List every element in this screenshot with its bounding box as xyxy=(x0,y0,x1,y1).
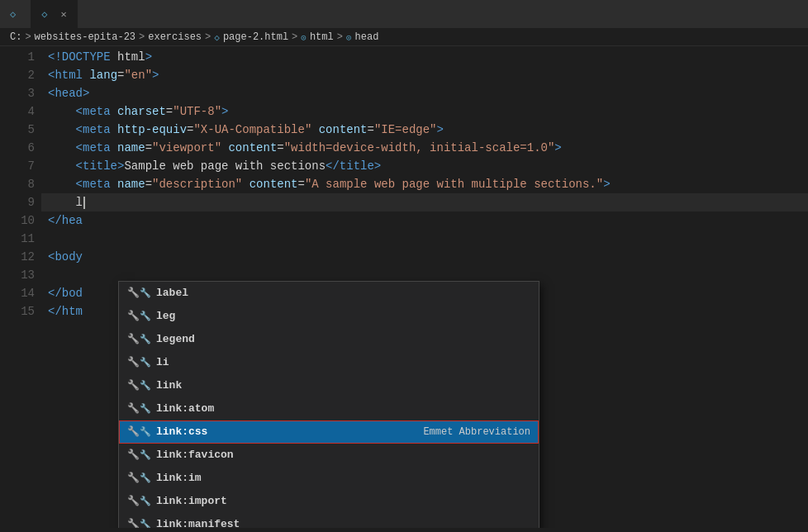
autocomplete-dropdown[interactable]: 🔧label🔧leg🔧legend🔧li🔧link🔧link:atom🔧link… xyxy=(118,281,539,528)
breadcrumb-head-icon: ⊙ xyxy=(346,32,352,43)
autocomplete-item-link-favicon[interactable]: 🔧link:favicon xyxy=(119,444,539,467)
autocomplete-item-link-css[interactable]: 🔧link:cssEmmet Abbreviation xyxy=(119,420,539,444)
autocomplete-item-label: link:atom xyxy=(156,399,530,419)
breadcrumb-folder-1: websites-epita-23 xyxy=(35,31,135,43)
autocomplete-item-icon: 🔧 xyxy=(127,445,151,465)
autocomplete-item-link-manifest[interactable]: 🔧link:manifest xyxy=(119,513,539,528)
text-cursor xyxy=(83,197,85,209)
tab-close-button[interactable]: ✕ xyxy=(60,8,66,21)
code-line-8: <meta name="description" content="A samp… xyxy=(41,175,808,193)
autocomplete-item-type: Emmet Abbreviation xyxy=(423,422,530,442)
code-line-9: l xyxy=(41,193,808,211)
code-line-1: <!DOCTYPE html> xyxy=(41,48,808,66)
autocomplete-item-label: link:manifest xyxy=(156,515,530,528)
breadcrumb-drive: C: xyxy=(10,31,21,43)
autocomplete-item-label: link:favicon xyxy=(156,445,530,465)
autocomplete-item-icon: 🔧 xyxy=(127,515,151,528)
autocomplete-item-icon: 🔧 xyxy=(127,422,151,442)
autocomplete-item-icon: 🔧 xyxy=(127,283,151,303)
autocomplete-item-link-import[interactable]: 🔧link:import xyxy=(119,490,539,513)
autocomplete-item-icon: 🔧 xyxy=(127,399,151,419)
autocomplete-item-icon: 🔧 xyxy=(127,468,151,488)
autocomplete-item-leg[interactable]: 🔧leg xyxy=(119,305,539,328)
code-line-7: <title>Sample web page with sections</ti… xyxy=(41,157,808,175)
autocomplete-item-label[interactable]: 🔧label xyxy=(119,282,539,305)
tab-working-with-page-layout[interactable]: ◇ xyxy=(0,0,31,28)
autocomplete-item-icon: 🔧 xyxy=(127,330,151,349)
code-line-2: <html lang="en"> xyxy=(41,66,808,84)
autocomplete-item-label: link:import xyxy=(156,492,530,511)
breadcrumb-head: head xyxy=(355,31,379,43)
autocomplete-item-label: li xyxy=(156,353,530,373)
autocomplete-item-li[interactable]: 🔧li xyxy=(119,351,539,374)
code-line-4: <meta charset="UTF-8"> xyxy=(41,102,808,121)
tab-icon-2: ◇ xyxy=(41,8,47,21)
tab-icon-1: ◇ xyxy=(10,8,16,21)
breadcrumb-html: html xyxy=(310,31,334,43)
code-line-10: </hea xyxy=(41,211,808,230)
editor: 123456789101112131415 <!DOCTYPE html><ht… xyxy=(0,46,808,528)
autocomplete-item-label: label xyxy=(156,283,530,303)
autocomplete-item-label: link:im xyxy=(156,468,530,488)
autocomplete-item-icon: 🔧 xyxy=(127,492,151,511)
autocomplete-item-icon: 🔧 xyxy=(127,376,151,396)
autocomplete-item-link-atom[interactable]: 🔧link:atom xyxy=(119,397,539,420)
autocomplete-item-label: leg xyxy=(156,306,530,326)
line-numbers: 123456789101112131415 xyxy=(0,46,41,528)
breadcrumb-html-icon: ⊙ xyxy=(301,32,307,43)
breadcrumb-folder-2: exercises xyxy=(148,31,202,43)
tab-bar: ◇ ◇ ✕ xyxy=(0,0,808,29)
breadcrumb-file: page-2.html xyxy=(223,31,288,43)
code-line-5: <meta http-equiv="X-UA-Compatible" conte… xyxy=(41,121,808,139)
autocomplete-item-link[interactable]: 🔧link xyxy=(119,374,539,397)
tab-page-2[interactable]: ◇ ✕ xyxy=(31,0,77,28)
breadcrumb-file-icon: ◇ xyxy=(214,32,220,43)
autocomplete-item-icon: 🔧 xyxy=(127,353,151,373)
autocomplete-item-label: legend xyxy=(156,330,530,349)
autocomplete-item-label: link:css xyxy=(156,422,418,442)
autocomplete-item-legend[interactable]: 🔧legend xyxy=(119,328,539,351)
autocomplete-item-label: link xyxy=(156,376,530,396)
code-line-6: <meta name="viewport" content="width=dev… xyxy=(41,139,808,157)
code-line-12: <body xyxy=(41,248,808,266)
autocomplete-item-link-im[interactable]: 🔧link:im xyxy=(119,467,539,490)
code-line-3: <head> xyxy=(41,84,808,102)
breadcrumb: C: > websites-epita-23 > exercises > ◇ p… xyxy=(0,29,808,46)
autocomplete-item-icon: 🔧 xyxy=(127,306,151,326)
code-line-11 xyxy=(41,230,808,248)
